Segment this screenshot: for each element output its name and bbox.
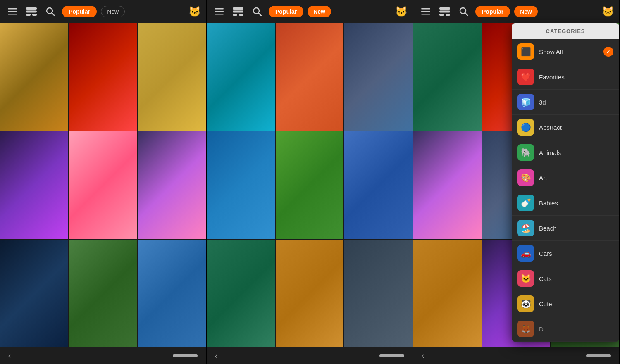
category-item-favorites[interactable]: ❤️ Favorites [512, 64, 619, 90]
phones-container: Popular New 🐱 ‹ [0, 0, 620, 364]
new-button-1[interactable]: New [101, 6, 125, 17]
wall-cell-2-5[interactable] [276, 131, 344, 239]
favorites-label: Favorites [539, 74, 613, 81]
wall-cell-2-3[interactable] [344, 23, 413, 131]
svg-line-8 [52, 13, 55, 16]
back-arrow-2[interactable]: ‹ [215, 352, 217, 360]
wall-cell-2-4[interactable] [207, 131, 275, 239]
home-pill-1[interactable] [173, 354, 198, 357]
wall-cell-3-4[interactable] [413, 131, 482, 239]
bottom-bar-1: ‹ [0, 347, 206, 364]
tray-icon-2[interactable] [231, 4, 246, 19]
new-button-3[interactable]: New [514, 6, 538, 17]
category-item-babies[interactable]: 🍼 Babies [512, 190, 619, 216]
svg-rect-15 [239, 14, 243, 16]
menu-icon-3[interactable] [418, 4, 433, 19]
back-arrow-3[interactable]: ‹ [422, 352, 424, 360]
svg-rect-14 [233, 14, 237, 16]
top-bar-2: Popular New 🐱 [207, 0, 413, 23]
svg-rect-19 [421, 11, 430, 12]
animals-thumb: 🐘 [517, 144, 534, 161]
wall-cell-2-1[interactable] [207, 23, 275, 131]
popular-button-2[interactable]: Popular [269, 6, 303, 17]
svg-rect-5 [26, 14, 31, 16]
wall-cell-1-2[interactable] [69, 23, 137, 131]
svg-rect-10 [215, 11, 224, 12]
svg-rect-11 [215, 14, 224, 15]
3d-label: 3d [539, 99, 613, 106]
category-item-deer[interactable]: 🦊 D... [512, 316, 619, 342]
svg-rect-6 [32, 14, 37, 16]
cute-label: Cute [539, 300, 613, 307]
dropdown-header: CATEGORIES [512, 23, 619, 39]
favorites-thumb: ❤️ [517, 69, 534, 85]
back-arrow-1[interactable]: ‹ [8, 352, 11, 360]
svg-rect-23 [439, 14, 444, 16]
menu-icon-2[interactable] [212, 4, 227, 19]
selected-check: ✓ [603, 47, 613, 57]
menu-icon-1[interactable] [5, 4, 20, 19]
popular-button-3[interactable]: Popular [475, 6, 510, 17]
show-all-thumb: ⬛ [517, 43, 534, 60]
svg-rect-18 [421, 8, 430, 10]
wall-cell-2-2[interactable] [276, 23, 344, 131]
category-item-3d[interactable]: 🧊 3d [512, 90, 619, 115]
wall-cell-1-8[interactable] [69, 240, 137, 347]
category-item-abstract[interactable]: 🔵 Abstract [512, 115, 619, 140]
svg-rect-3 [26, 7, 37, 10]
cats-thumb: 🐱 [517, 270, 534, 287]
svg-rect-20 [421, 14, 430, 15]
category-item-animals[interactable]: 🐘 Animals [512, 140, 619, 165]
wall-cell-1-1[interactable] [0, 23, 68, 131]
search-icon-1[interactable] [43, 4, 58, 19]
wall-cell-1-4[interactable] [0, 131, 68, 239]
svg-rect-22 [439, 11, 450, 13]
category-item-cats[interactable]: 🐱 Cats [512, 266, 619, 291]
popular-button-1[interactable]: Popular [62, 6, 97, 17]
wallpaper-grid-1 [0, 23, 206, 347]
search-icon-2[interactable] [250, 4, 265, 19]
wall-cell-2-7[interactable] [207, 240, 275, 347]
categories-dropdown: CATEGORIES ⬛ Show All ✓ ❤️ Favorites 🧊 [512, 23, 619, 342]
svg-rect-21 [439, 7, 450, 10]
wall-cell-1-9[interactable] [138, 240, 206, 347]
beach-label: Beach [539, 225, 613, 232]
art-thumb: 🎨 [517, 169, 534, 186]
bottom-bar-3: ‹ [413, 347, 619, 364]
cat-icon-1: 🐱 [188, 6, 201, 17]
abstract-thumb: 🔵 [517, 119, 534, 136]
wall-cell-3-7[interactable] [413, 240, 482, 347]
wall-cell-1-3[interactable] [138, 23, 206, 131]
show-all-label: Show All [539, 48, 599, 55]
svg-line-26 [465, 13, 468, 16]
abstract-label: Abstract [539, 124, 613, 131]
home-pill-2[interactable] [379, 354, 404, 357]
wall-cell-1-7[interactable] [0, 240, 68, 347]
wall-cell-1-5[interactable] [69, 131, 137, 239]
babies-thumb: 🍼 [517, 195, 534, 211]
home-pill-3[interactable] [586, 354, 611, 357]
wall-cell-2-8[interactable] [276, 240, 344, 347]
3d-thumb: 🧊 [517, 94, 534, 110]
phone-panel-3: Popular New 🐱 ‹ CATEGORIES [413, 0, 620, 364]
tray-icon-1[interactable] [24, 4, 39, 19]
top-bar-1: Popular New 🐱 [0, 0, 206, 23]
svg-rect-12 [233, 7, 243, 10]
svg-rect-0 [8, 8, 17, 10]
wall-cell-1-6[interactable] [138, 131, 206, 239]
wall-cell-2-9[interactable] [344, 240, 413, 347]
wall-cell-2-6[interactable] [344, 131, 413, 239]
category-item-beach[interactable]: 🏖️ Beach [512, 216, 619, 241]
cars-label: Cars [539, 250, 613, 257]
category-item-cute[interactable]: 🐼 Cute [512, 291, 619, 316]
tray-icon-3[interactable] [437, 4, 452, 19]
phone-panel-2: Popular New 🐱 ‹ [207, 0, 413, 364]
search-icon-3[interactable] [456, 4, 471, 19]
category-item-cars[interactable]: 🚗 Cars [512, 241, 619, 266]
new-button-2[interactable]: New [308, 6, 331, 17]
category-item-art[interactable]: 🎨 Art [512, 165, 619, 190]
category-item-show-all[interactable]: ⬛ Show All ✓ [512, 39, 619, 64]
deer-label: D... [539, 326, 613, 333]
wall-cell-3-1[interactable] [413, 23, 482, 131]
cats-label: Cats [539, 275, 613, 282]
